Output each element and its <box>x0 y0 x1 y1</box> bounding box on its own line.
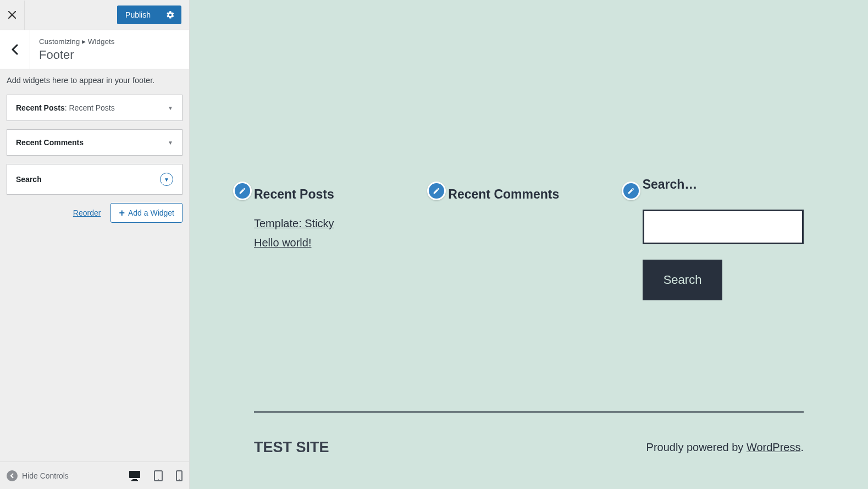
pencil-icon <box>433 187 440 195</box>
breadcrumb-path: Customizing ▸ Widgets <box>39 37 115 46</box>
breadcrumb-parent: Widgets <box>88 37 115 46</box>
chevron-left-icon <box>12 44 18 55</box>
widget-item-search[interactable]: Search ▼ <box>7 164 183 195</box>
site-preview: Recent Posts Template: Sticky Hello worl… <box>190 0 868 489</box>
svg-point-6 <box>179 479 180 480</box>
panel-body: Add widgets here to appear in your foote… <box>0 69 189 461</box>
site-title[interactable]: TEST SITE <box>254 439 329 456</box>
add-widget-button[interactable]: + Add a Widget <box>110 203 183 223</box>
svg-rect-1 <box>132 479 137 480</box>
powered-suffix: . <box>800 441 804 453</box>
sidebar-header: Publish <box>0 0 189 30</box>
plus-icon: + <box>119 208 125 218</box>
widget-name: Search <box>16 175 42 184</box>
footer-widget-search: Search… Search <box>643 187 804 362</box>
widget-title: Search… <box>643 177 804 192</box>
breadcrumb: Customizing ▸ Widgets Footer <box>30 30 124 69</box>
chevron-down-icon: ▼ <box>168 140 173 146</box>
page-title: Footer <box>39 48 115 62</box>
close-icon <box>8 11 16 19</box>
svg-point-4 <box>158 479 159 480</box>
save-options-button[interactable] <box>159 10 181 19</box>
edit-shortcut-search[interactable] <box>622 182 640 200</box>
widget-subtitle: : Recent Posts <box>65 103 115 112</box>
footer-widgets: Recent Posts Template: Sticky Hello worl… <box>254 187 804 362</box>
site-footer: TEST SITE Proudly powered by WordPress. <box>254 411 804 456</box>
pencil-icon <box>239 187 246 195</box>
publish-button-group: Publish <box>117 6 181 24</box>
desktop-preview-button[interactable] <box>129 470 141 481</box>
publish-button[interactable]: Publish <box>117 6 159 24</box>
powered-by: Proudly powered by WordPress. <box>646 441 804 454</box>
mobile-preview-button[interactable] <box>176 470 183 481</box>
svg-rect-2 <box>131 480 138 481</box>
search-button[interactable]: Search <box>643 260 723 300</box>
back-button[interactable] <box>0 30 30 69</box>
widget-name: Recent Posts <box>16 103 65 112</box>
widget-actions: Reorder + Add a Widget <box>7 203 183 223</box>
tablet-preview-button[interactable] <box>154 470 163 481</box>
wordpress-link[interactable]: WordPress <box>747 441 801 453</box>
widget-item-recent-posts[interactable]: Recent Posts: Recent Posts ▼ <box>7 95 183 121</box>
post-link[interactable]: Hello world! <box>254 237 415 249</box>
pencil-icon <box>627 187 635 195</box>
widget-label: Recent Posts: Recent Posts <box>16 103 115 112</box>
sidebar-footer: Hide Controls <box>0 461 189 489</box>
powered-prefix: Proudly powered by <box>646 441 747 453</box>
hide-controls-button[interactable]: Hide Controls <box>7 470 69 481</box>
footer-widget-recent-comments: Recent Comments <box>448 187 609 362</box>
widget-title: Recent Comments <box>448 187 609 202</box>
edit-shortcut-recent-posts[interactable] <box>233 182 252 200</box>
chevron-down-icon: ▼ <box>168 105 173 111</box>
tablet-icon <box>154 470 163 481</box>
edit-shortcut-recent-comments[interactable] <box>427 182 446 200</box>
chevron-down-icon: ▼ <box>160 173 173 186</box>
mobile-icon <box>176 470 183 481</box>
gear-icon <box>166 10 175 19</box>
post-link[interactable]: Template: Sticky <box>254 217 415 230</box>
add-widget-label: Add a Widget <box>128 208 174 217</box>
svg-rect-0 <box>129 471 140 478</box>
reorder-link[interactable]: Reorder <box>73 208 101 217</box>
desktop-icon <box>129 470 141 481</box>
footer-widget-recent-posts: Recent Posts Template: Sticky Hello worl… <box>254 187 415 362</box>
widget-name: Recent Comments <box>16 138 84 147</box>
panel-description: Add widgets here to appear in your foote… <box>7 76 183 85</box>
breadcrumb-root: Customizing <box>39 37 80 46</box>
hide-controls-label: Hide Controls <box>22 471 69 480</box>
close-customizer-button[interactable] <box>0 1 25 30</box>
breadcrumb-panel: Customizing ▸ Widgets Footer <box>0 30 189 69</box>
device-preview-icons <box>129 470 183 481</box>
breadcrumb-sep: ▸ <box>82 37 88 46</box>
customizer-sidebar: Publish Customizing ▸ Widgets Footer Add… <box>0 0 190 489</box>
search-input[interactable] <box>643 210 804 244</box>
widget-item-recent-comments[interactable]: Recent Comments ▼ <box>7 129 183 156</box>
collapse-icon <box>7 470 18 481</box>
widget-title: Recent Posts <box>254 187 415 202</box>
